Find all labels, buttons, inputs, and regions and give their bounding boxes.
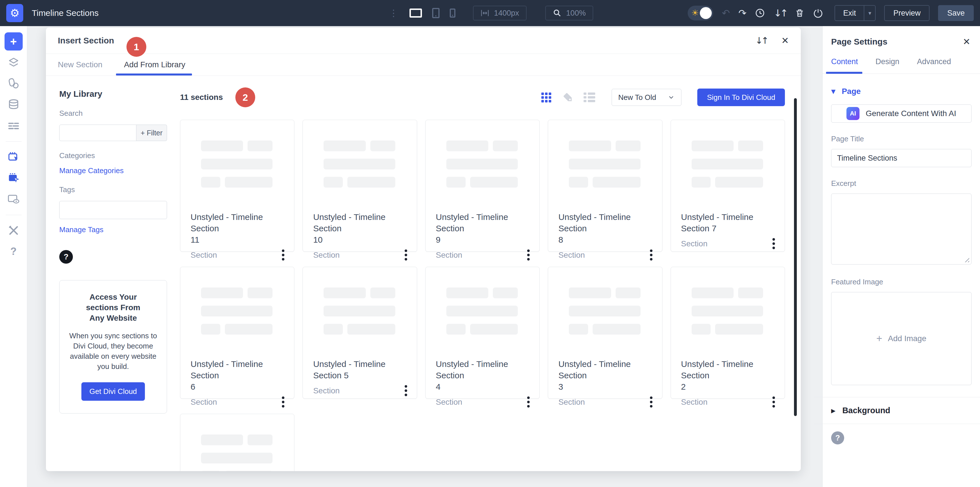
section-card[interactable]: Unstyled - Timeline Section8 Section [548,120,662,252]
page-settings-gear-button[interactable]: ⚙ [6,4,23,22]
card-menu-button[interactable] [525,395,532,409]
filter-button[interactable]: + Filter [137,125,167,141]
sort-select[interactable]: New To Old [612,89,681,106]
panel-divider [814,424,980,424]
wireframe-button[interactable] [5,117,23,134]
trash-icon[interactable] [795,8,805,18]
section-card[interactable]: Unstyled - Timeline Section11 Section [180,120,294,252]
ai-icon: AI [846,107,859,120]
section-card[interactable]: Unstyled - Timeline Section2 Section [671,267,785,399]
add-image-dropzone[interactable]: + Add Image [831,292,972,385]
canvas-zoom-control[interactable]: 100% [545,6,593,21]
plus-icon: + [876,333,882,345]
page-settings-panel: Page Settings ✕ Content Design Advanced … [822,26,980,487]
preview-mode-button[interactable] [5,190,23,208]
modal-scrollbar[interactable] [794,98,797,416]
tab-content[interactable]: Content [831,57,858,73]
builder-left-sidebar: + ? [0,26,27,487]
page-title: Timeline Sections [32,8,99,18]
card-menu-button[interactable] [402,248,409,262]
generate-ai-button[interactable]: AI Generate Content With AI [831,104,972,123]
page-title-input[interactable] [831,149,972,167]
card-menu-button[interactable] [402,384,409,397]
section-card[interactable]: Unstyled - Timeline Section 5 Section [302,267,417,399]
theme-toggle[interactable]: ☀ [688,6,713,21]
library-button[interactable] [5,95,23,113]
card-menu-button[interactable] [280,395,287,409]
help-button[interactable]: ? [5,243,23,260]
tab-add-from-library[interactable]: Add From Library [124,54,185,75]
search-input[interactable] [59,125,137,141]
hover-mode-button[interactable] [5,169,23,187]
design-presets-button[interactable] [5,74,23,93]
save-button[interactable]: Save [938,5,974,21]
card-menu-button[interactable] [280,248,287,262]
promo-heading: Access Your sections From Any Website [78,292,149,323]
tab-design[interactable]: Design [876,57,899,73]
history-icon[interactable] [755,8,765,18]
library-help-icon[interactable]: ? [59,250,73,263]
undo-icon[interactable]: ↶ [722,8,730,18]
section-card[interactable]: Unstyled - Timeline Section9 Section [425,120,539,252]
preview-button[interactable]: Preview [884,5,929,21]
sort-select-value: New To Old [618,93,656,102]
card-menu-button[interactable] [770,237,777,250]
database-icon [7,98,20,111]
manage-categories-link[interactable]: Manage Categories [59,166,167,175]
card-thumbnail-skeleton [201,141,272,195]
manage-tags-link[interactable]: Manage Tags [59,225,167,234]
get-divi-cloud-button[interactable]: Get Divi Cloud [81,382,145,401]
canvas-width-control[interactable]: 1400px [473,6,527,21]
card-title: Unstyled - Timeline Section [558,211,654,234]
panel-help-icon[interactable]: ? [831,431,844,444]
desktop-view-icon[interactable] [409,8,422,18]
layers-button[interactable] [5,53,23,72]
close-icon[interactable]: ✕ [781,36,789,45]
section-card[interactable]: Unstyled - Timeline Section4 Section [425,267,539,399]
section-card[interactable]: Unstyled - Timeline Section 7 Section [671,120,785,252]
layers-sort-icon[interactable]: ↓↑ [773,8,786,18]
card-title: Unstyled - Timeline Section [436,358,532,381]
background-group-toggle[interactable]: ▶ Background [831,397,972,424]
tags-input[interactable] [59,201,167,219]
tablet-view-icon[interactable] [432,8,439,18]
card-menu-button[interactable] [770,395,777,409]
gear-icon: ⚙ [10,8,19,18]
section-card[interactable]: Unstyled - Timeline Section3 Section [548,267,662,399]
panel-close-icon[interactable]: ✕ [963,37,970,46]
drag-handle-icon[interactable]: ⋮ [389,8,398,18]
portability-icon[interactable] [813,8,823,18]
section-card[interactable]: Unstyled - Timeline Section6 Section [180,267,294,399]
add-section-button[interactable]: + [5,32,23,51]
card-type-label: Section [191,398,217,407]
card-type-label: Section [436,398,462,407]
page-title-label: Page Title [831,134,972,143]
browser-eye-icon [7,193,20,205]
tools-icon [7,224,20,237]
card-menu-button[interactable] [648,248,655,262]
expand-collapse-icon[interactable]: ↓↑ [756,36,767,45]
card-title: Unstyled - Timeline Section [313,211,409,234]
list-view-icon[interactable] [584,93,595,102]
exit-button[interactable]: Exit [835,6,864,21]
sidebar-divider [6,141,22,142]
excerpt-textarea[interactable] [831,193,972,265]
toggle-knob [700,7,712,19]
sign-in-divi-cloud-button[interactable]: Sign In To Divi Cloud [697,89,785,106]
card-menu-button[interactable] [525,248,532,262]
width-icon [480,8,490,18]
tab-advanced[interactable]: Advanced [917,57,951,73]
redo-icon[interactable]: ↷ [738,8,747,18]
page-group-toggle[interactable]: ▼ Page [831,87,972,96]
click-mode-button[interactable] [5,148,23,166]
section-card[interactable]: Unstyled - Timeline Section10 Section [302,120,417,252]
tag-view-icon[interactable] [562,92,573,103]
tab-new-section[interactable]: New Section [58,54,102,75]
card-title-line2: 4 [436,381,532,393]
phone-view-icon[interactable] [450,8,455,18]
builder-settings-button[interactable] [5,221,23,240]
section-card-partial[interactable] [180,414,294,471]
grid-view-icon[interactable] [541,93,551,102]
exit-dropdown-button[interactable]: ▾ [864,6,875,21]
card-menu-button[interactable] [648,395,655,409]
